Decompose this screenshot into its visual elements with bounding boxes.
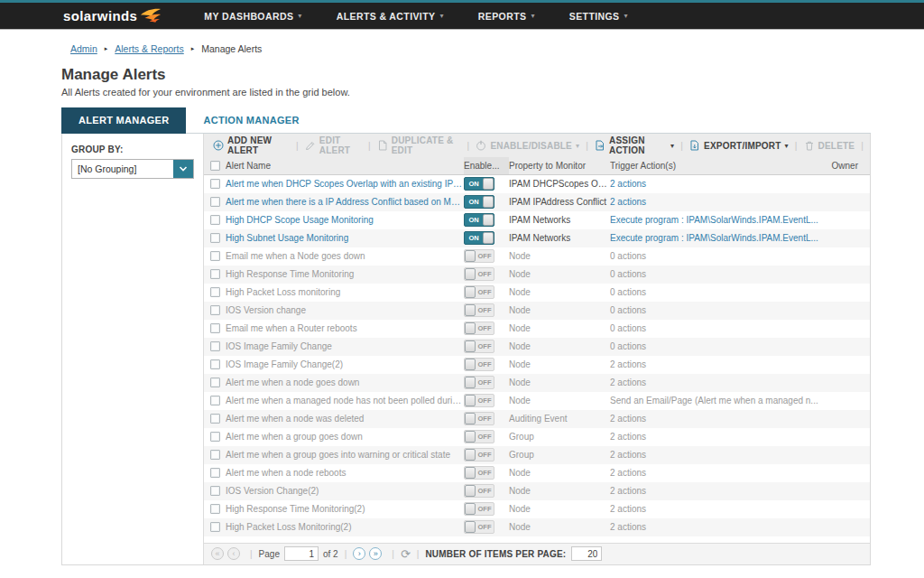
trigger-actions-link[interactable]: 0 actions <box>610 269 825 279</box>
enable-toggle[interactable]: ON OFF <box>464 285 494 299</box>
toolbar-button[interactable]: DUPLICATE & EDIT ▾ <box>377 135 461 155</box>
alert-name-link[interactable]: High DHCP Scope Usage Monitoring <box>226 215 464 225</box>
table-row[interactable]: Alert me when a managed node has not bee… <box>204 392 870 410</box>
solarwinds-logo[interactable]: solarwinds <box>63 8 162 23</box>
trigger-actions-link[interactable]: 2 actions <box>610 432 825 442</box>
enable-toggle[interactable]: ON OFF <box>464 322 494 335</box>
enable-toggle[interactable]: ON OFF <box>464 394 494 407</box>
trigger-actions-link[interactable]: 0 actions <box>610 341 825 351</box>
table-row[interactable]: High Response Time Monitoring(2) ON OFF … <box>204 500 870 518</box>
alert-name-link[interactable]: Alert me when there is a IP Address Conf… <box>226 197 464 207</box>
enable-toggle[interactable]: ON OFF <box>464 484 494 498</box>
column-header-owner[interactable]: Owner <box>825 161 870 171</box>
row-checkbox[interactable] <box>210 432 220 442</box>
trigger-actions-link[interactable]: 0 actions <box>610 323 825 333</box>
first-page-button[interactable]: « <box>211 547 224 560</box>
alert-name-link[interactable]: Alert me when a node reboots <box>226 468 464 478</box>
enable-toggle[interactable]: ON OFF <box>464 448 494 461</box>
row-checkbox[interactable] <box>210 396 220 406</box>
table-row[interactable]: High Packet Loss Monitoring(2) ON OFF No… <box>204 518 870 536</box>
prev-page-button[interactable]: ‹ <box>227 547 240 560</box>
row-checkbox[interactable] <box>210 215 220 225</box>
toolbar-button[interactable]: EDIT ALERT ▾ <box>305 135 362 155</box>
alert-name-link[interactable]: Alert me when a group goes into warning … <box>226 450 464 460</box>
enable-toggle[interactable]: ON OFF <box>464 213 494 227</box>
table-row[interactable]: Email me when a Router reboots ON OFF No… <box>204 320 870 338</box>
alert-name-link[interactable]: High Response Time Monitoring <box>226 269 464 279</box>
table-row[interactable]: Alert me when a node was deleted ON OFF … <box>204 410 870 428</box>
table-row[interactable]: IOS Version change ON OFF Node 0 actions <box>204 302 870 320</box>
select-all-checkbox[interactable] <box>210 161 220 171</box>
table-row[interactable]: High Packet Loss monitoring ON OFF Node … <box>204 284 870 302</box>
trigger-actions-link[interactable]: 2 actions <box>610 197 825 207</box>
trigger-actions-link[interactable]: 2 actions <box>610 450 825 460</box>
row-checkbox[interactable] <box>210 486 220 496</box>
row-checkbox[interactable] <box>210 359 220 369</box>
alert-name-link[interactable]: High Subnet Usage Monitoring <box>226 233 464 243</box>
alert-name-link[interactable]: High Packet Loss monitoring <box>226 287 464 297</box>
table-row[interactable]: High Response Time Monitoring ON OFF Nod… <box>204 266 870 284</box>
table-row[interactable]: IOS Image Family Change ON OFF Node 0 ac… <box>204 338 870 356</box>
trigger-actions-link[interactable]: 2 actions <box>610 179 825 189</box>
row-checkbox[interactable] <box>210 323 220 333</box>
row-checkbox[interactable] <box>210 450 220 460</box>
table-row[interactable]: Alert me when a node reboots ON OFF Node… <box>204 464 870 482</box>
items-per-page-input[interactable] <box>571 546 602 561</box>
table-row[interactable]: Email me when a Node goes down ON OFF No… <box>204 247 870 266</box>
row-checkbox[interactable] <box>210 233 220 243</box>
alert-name-link[interactable]: Alert me when a group goes down <box>226 432 464 442</box>
alert-name-link[interactable]: Email me when a Router reboots <box>226 323 464 333</box>
enable-toggle[interactable]: ON OFF <box>464 249 494 263</box>
enable-toggle[interactable]: ON OFF <box>464 520 494 534</box>
breadcrumb-item[interactable]: Alerts & Reports ▸ <box>115 43 201 54</box>
trigger-actions-link[interactable]: Send an Email/Page (Alert me when a mana… <box>610 396 825 406</box>
alert-name-link[interactable]: High Response Time Monitoring(2) <box>226 504 464 514</box>
row-checkbox[interactable] <box>210 341 220 351</box>
toolbar-button[interactable]: ENABLE/DISABLE ▾ <box>476 140 579 151</box>
toolbar-button[interactable]: ADD NEW ALERT ▾ <box>213 135 290 155</box>
alert-name-link[interactable]: IOS Version change <box>226 305 464 315</box>
tab[interactable]: ACTION MANAGER <box>186 107 316 133</box>
table-row[interactable]: Alert me when there is a IP Address Conf… <box>204 193 870 211</box>
enable-toggle[interactable]: ON OFF <box>464 231 494 245</box>
next-page-button[interactable]: › <box>353 547 365 560</box>
trigger-actions-link[interactable]: 0 actions <box>610 251 825 261</box>
enable-toggle[interactable]: ON OFF <box>464 466 494 480</box>
enable-toggle[interactable]: ON OFF <box>464 177 494 191</box>
select-dropdown-button[interactable] <box>173 160 193 178</box>
table-row[interactable]: Alert me when a group goes into warning … <box>204 446 870 464</box>
table-row[interactable]: High DHCP Scope Usage Monitoring ON OFF … <box>204 211 870 229</box>
trigger-actions-link[interactable]: 2 actions <box>610 504 825 514</box>
table-row[interactable]: Alert me when DHCP Scopes Overlap with a… <box>204 175 870 193</box>
row-checkbox[interactable] <box>210 414 220 424</box>
row-checkbox[interactable] <box>210 504 220 514</box>
alert-name-link[interactable]: IOS Image Family Change(2) <box>226 359 464 369</box>
enable-toggle[interactable]: ON OFF <box>464 502 494 516</box>
page-input[interactable] <box>284 546 319 561</box>
group-by-select[interactable]: [No Grouping] <box>71 159 194 179</box>
trigger-actions-link[interactable]: 2 actions <box>610 468 825 478</box>
table-row[interactable]: Alert me when a node goes down ON OFF No… <box>204 374 870 392</box>
alert-name-link[interactable]: Alert me when a node goes down <box>226 378 464 387</box>
row-checkbox[interactable] <box>210 197 220 207</box>
row-checkbox[interactable] <box>210 269 220 279</box>
alert-name-link[interactable]: Email me when a Node goes down <box>226 251 464 261</box>
alert-name-link[interactable]: Alert me when a node was deleted <box>226 414 464 424</box>
nav-item[interactable]: ALERTS & ACTIVITY ▾ <box>337 11 444 22</box>
toolbar-button[interactable]: ASSIGN ACTION ▾ <box>595 135 674 155</box>
enable-toggle[interactable]: ON OFF <box>464 303 494 317</box>
alert-name-link[interactable]: Alert me when DHCP Scopes Overlap with a… <box>226 179 464 189</box>
table-row[interactable]: High Subnet Usage Monitoring ON OFF IPAM… <box>204 229 870 247</box>
column-header-property[interactable]: Property to Monitor <box>509 161 610 171</box>
trigger-actions-link[interactable]: Execute program : IPAM\SolarWinds.IPAM.E… <box>610 215 825 225</box>
row-checkbox[interactable] <box>210 179 220 189</box>
row-checkbox[interactable] <box>210 305 220 315</box>
alert-name-link[interactable]: IOS Image Family Change <box>226 341 464 351</box>
table-row[interactable]: IOS Image Family Change(2) ON OFF Node 2… <box>204 356 870 374</box>
breadcrumb-item[interactable]: Admin ▸ <box>70 43 115 54</box>
breadcrumb-item[interactable]: Manage Alerts ▸ <box>201 43 262 54</box>
toolbar-button[interactable]: DELETE ▾ <box>804 140 855 151</box>
nav-item[interactable]: REPORTS ▾ <box>478 11 535 22</box>
trigger-actions-link[interactable]: 2 actions <box>610 414 825 424</box>
row-checkbox[interactable] <box>210 378 220 387</box>
